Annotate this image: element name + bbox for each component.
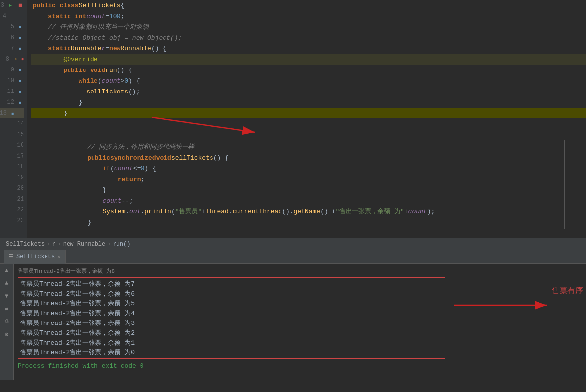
annotation-line-15: public synchronized void sellTickets() { [66, 152, 564, 163]
gutter-row-19: 19 [14, 172, 24, 183]
line-num-23: 23 [14, 217, 24, 224]
breakpoint-8[interactable]: ● [21, 56, 24, 63]
annotation-area: 售票有序 [449, 264, 586, 380]
output-line-5: 售票员Thread-2售出一张票，余额 为3 [20, 318, 443, 328]
breadcrumb-runnable: new Runnable [63, 241, 105, 248]
line-num-6: 6 [4, 34, 14, 41]
bookmark-9: ◼ [16, 68, 24, 72]
gutter-row-11: 11 ◼ [4, 86, 24, 97]
output-line-8: 售票员Thread-2售出一张票，余额 为0 [20, 347, 443, 357]
stop-icon[interactable]: ⏹ [16, 2, 24, 8]
breadcrumb-r: r [52, 241, 55, 248]
gutter-row-12: 12 ◼ [4, 97, 24, 108]
output-line-header: 售票员Thread-2售出一张票，余额 为8 [18, 266, 445, 276]
breadcrumb-sep-2: › [58, 241, 61, 248]
wrap-button[interactable]: ⇌ [2, 304, 12, 314]
ordered-annotation: 售票有序 [552, 286, 583, 296]
line-num-20: 20 [14, 185, 24, 192]
console-output[interactable]: 售票员Thread-2售出一张票，余额 为8 售票员Thread-2售出一张票，… [14, 264, 449, 380]
panel-tab-selltickets[interactable]: ☰ SellTickets ✕ [4, 250, 66, 264]
red-arrow-output [449, 293, 557, 318]
code-line-8: @Override [31, 54, 586, 65]
settings-button[interactable]: ⚙ [2, 329, 12, 339]
output-box: 售票员Thread-2售出一张票，余额 为7 售票员Thread-2售出一张票，… [18, 277, 445, 359]
line-num-10: 10 [4, 77, 14, 84]
gutter-row-9: 9 ◼ [4, 65, 24, 75]
breadcrumb-sep-3: › [107, 241, 111, 248]
breadcrumb-bar: SellTickets › r › new Runnable › run() [0, 238, 586, 250]
gutter-row-15: 15 [14, 129, 24, 140]
console-icon: ☰ [9, 254, 14, 260]
bookmark-12: ◼ [16, 100, 24, 105]
output-line-6: 售票员Thread-2售出一张票，余额 为2 [20, 328, 443, 338]
debug-arrow-8: ➜ [11, 56, 19, 62]
bookmark-6: ◼ [16, 36, 24, 40]
gutter-row-16: 16 [14, 140, 24, 151]
restart-button[interactable]: ▲ [2, 266, 12, 276]
gutter-row-23: 23 [14, 215, 24, 226]
gutter-row-14: 14 [14, 118, 24, 129]
annotation-line-21: } [66, 217, 564, 228]
output-line-2: 售票员Thread-2售出一张票，余额 为6 [20, 289, 443, 299]
run-icon[interactable]: ▶ [6, 2, 14, 8]
code-line-3: public class SellTickets { [31, 0, 586, 11]
editor-wrapper: 3 ▶ ⏹ 4 5 ◼ 6 ◼ 7 ◼ [0, 0, 586, 250]
gutter-row-7: 7 ◼ [4, 43, 24, 54]
code-line-12: } [31, 97, 586, 108]
gutter-row-17: 17 [14, 151, 24, 161]
line-num-11: 11 [4, 88, 14, 95]
bookmark-10: ◼ [16, 79, 24, 83]
annotation-line-19: count--; [66, 195, 564, 206]
breadcrumb-selltickets: SellTickets [6, 241, 45, 248]
panel-content: ▲ ▲ ▼ ⇌ ⎙ ⚙ 售票员Thread-2售出一张票，余额 为8 售票员Th… [0, 264, 586, 380]
scroll-up-button[interactable]: ▲ [2, 278, 12, 288]
gutter-row-22: 22 [14, 205, 24, 215]
annotation-popup: // 同步方法，作用和同步代码块一样 public synchronized v… [66, 140, 565, 229]
line-num-16: 16 [14, 142, 24, 149]
gutter-row-5: 5 ◼ [4, 22, 24, 32]
annotation-line-20: System.out.println("售票员" + Thread.curren… [66, 206, 564, 217]
panel-tabs: ☰ SellTickets ✕ [0, 250, 586, 264]
panel-sidebar: ▲ ▲ ▼ ⇌ ⎙ ⚙ [0, 264, 14, 380]
line-num-5: 5 [4, 23, 14, 30]
annotation-line-14: // 同步方法，作用和同步代码块一样 [66, 141, 564, 152]
line-num-8: 8 [0, 56, 9, 63]
breadcrumb-sep-1: › [47, 241, 50, 248]
annotation-line-16: if (count <= 0) { [66, 163, 564, 174]
gutter-row-4: 4 [0, 11, 24, 22]
output-line-3: 售票员Thread-2售出一张票，余额 为5 [20, 299, 443, 308]
output-line-7: 售票员Thread-2售出一张票，余额 为1 [20, 338, 443, 347]
line-num-4: 4 [0, 13, 6, 20]
line-num-12: 12 [4, 99, 14, 106]
line-num-19: 19 [14, 174, 24, 181]
line-num-21: 21 [14, 196, 24, 203]
code-line-4: static int count = 100; [31, 11, 586, 22]
line-num-17: 17 [14, 153, 24, 160]
line-num-18: 18 [14, 163, 24, 170]
print-button[interactable]: ⎙ [2, 317, 12, 326]
gutter-row-10: 10 ◼ [4, 75, 24, 86]
gutter-row-3: 3 ▶ ⏹ [0, 0, 24, 11]
process-finish-line: Process finished with exit code 0 [18, 361, 445, 370]
scroll-down-button[interactable]: ▼ [2, 291, 12, 301]
code-line-11: sellTickets(); [31, 86, 586, 97]
breadcrumb-run: run() [113, 241, 130, 248]
output-line-4: 售票员Thread-2售出一张票，余额 为4 [20, 308, 443, 318]
code-line-13: } [31, 108, 586, 118]
annotation-line-17: return; [66, 174, 564, 184]
annotation-line-18: } [66, 184, 564, 195]
line-num-7: 7 [4, 45, 14, 52]
line-num-14: 14 [14, 120, 24, 127]
line-num-22: 22 [14, 207, 24, 213]
panel-tab-close[interactable]: ✕ [57, 254, 60, 260]
output-line-1: 售票员Thread-2售出一张票，余额 为7 [20, 279, 443, 289]
gutter-row-6: 6 ◼ [4, 32, 24, 43]
bookmark-5: ◼ [16, 25, 24, 29]
panel-tab-label: SellTickets [16, 254, 55, 260]
code-line-9: public void run() { [31, 65, 586, 75]
line-num-3: 3 [0, 2, 4, 9]
line-gutter: 3 ▶ ⏹ 4 5 ◼ 6 ◼ 7 ◼ [0, 0, 27, 250]
line-num-9: 9 [4, 67, 14, 73]
gutter-row-18: 18 [14, 161, 24, 172]
line-num-15: 15 [14, 131, 24, 138]
